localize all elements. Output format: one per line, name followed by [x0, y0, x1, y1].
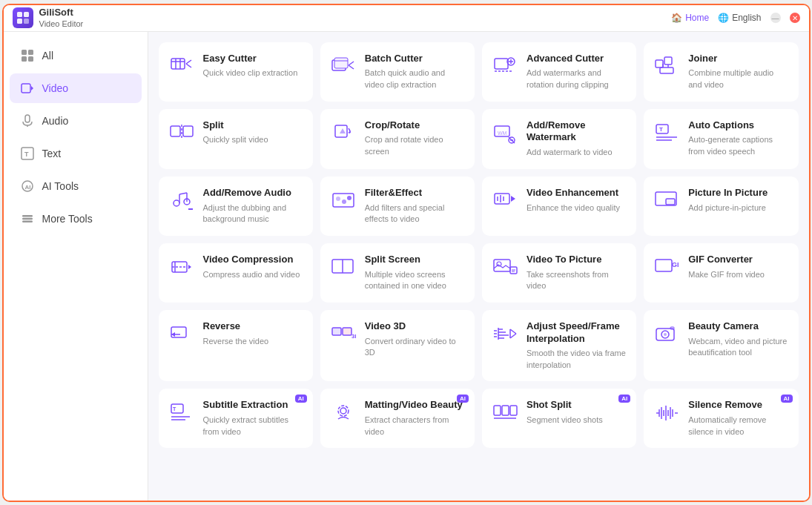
svg-text:T: T: [24, 151, 29, 158]
ai-badge-shot-split: AI: [618, 395, 630, 403]
svg-rect-35: [656, 60, 663, 67]
svg-point-55: [174, 200, 179, 206]
tool-name-filter-effect: Filter&Effect: [365, 187, 466, 199]
sidebar-item-text[interactable]: TText: [10, 139, 142, 168]
tool-icon-video-to-picture: [491, 254, 519, 282]
svg-text:3D: 3D: [351, 333, 356, 340]
tool-card-adjust-speed[interactable]: Adjust Speed/Frame InterpolationSmooth t…: [482, 310, 636, 382]
tool-name-picture-in-picture: Picture In Picture: [688, 187, 789, 199]
tool-card-picture-in-picture[interactable]: Picture In PictureAdd picture-in-picture: [644, 176, 798, 236]
tool-icon-add-remove-audio: [168, 187, 196, 215]
content-area[interactable]: Easy CutterQuick video clip extractionBa…: [148, 32, 809, 501]
tool-icon-video-3d: 3D: [329, 320, 357, 349]
tool-card-split-screen[interactable]: Split ScreenMultiple video screens conta…: [320, 243, 475, 303]
ai-badge-silence-remove: AI: [781, 395, 793, 403]
svg-marker-9: [31, 86, 33, 90]
tool-card-advanced-cutter[interactable]: Advanced CutterAdd watermarks and rotati…: [482, 42, 636, 102]
svg-rect-6: [22, 56, 27, 62]
tool-name-matting-video-beauty: Matting/Video Beauty: [365, 399, 466, 412]
tool-card-joiner[interactable]: JoinerCombine multiple audio and video: [644, 42, 798, 102]
tool-icon-split-screen: [329, 254, 357, 282]
tool-desc-split: Quickly split video: [203, 134, 304, 145]
tool-card-gif-converter[interactable]: GIFGIF ConverterMake GIF from video: [644, 243, 798, 303]
svg-line-57: [179, 193, 187, 194]
tool-card-shot-split[interactable]: Shot SplitSegment video shotsAI: [482, 389, 636, 448]
tool-name-video-3d: Video 3D: [365, 320, 466, 333]
sidebar-item-all[interactable]: All: [10, 41, 142, 70]
tool-card-reverse[interactable]: ReverseReverse the video: [159, 310, 313, 382]
tool-card-split[interactable]: SplitQuickly split video: [159, 109, 313, 169]
tool-card-video-enhancement[interactable]: Video EnhancementEnhance the video quali…: [482, 176, 636, 236]
tool-card-filter-effect[interactable]: Filter&EffectAdd filters and special eff…: [320, 176, 475, 236]
sidebar-item-audio[interactable]: Audio: [10, 106, 142, 136]
tool-desc-auto-captions: Auto-generate captions from video speech: [688, 134, 789, 157]
tool-card-beauty-camera[interactable]: Beauty CameraWebcam, video and picture b…: [644, 310, 798, 382]
tool-desc-advanced-cutter: Add watermarks and rotation during clipp…: [527, 67, 627, 90]
svg-rect-30: [495, 59, 508, 69]
tool-desc-matting-video-beauty: Extract characters from video: [365, 415, 466, 438]
sidebar-ai-tools-label: AI Tools: [42, 180, 79, 192]
sidebar-audio-icon: [20, 113, 35, 128]
tool-card-easy-cutter[interactable]: Easy CutterQuick video clip extraction: [159, 42, 313, 102]
tool-card-add-remove-audio[interactable]: Add/Remove AudioAdjust the dubbing and b…: [159, 176, 313, 236]
tool-desc-beauty-camera: Webcam, video and picture beautification…: [688, 336, 789, 359]
tool-name-subtitle-extraction: Subtitle Extraction: [203, 399, 304, 412]
tool-icon-filter-effect: [329, 187, 357, 215]
svg-text:WM: WM: [498, 131, 507, 136]
app-logo: [13, 7, 33, 28]
tool-desc-silence-remove: Automatically remove silence in video: [688, 415, 789, 438]
tool-name-gif-converter: GIF Converter: [688, 254, 789, 266]
sidebar-item-more-tools[interactable]: More Tools: [10, 204, 142, 234]
tool-icon-crop-rotate: [329, 119, 357, 148]
sidebar-item-ai-tools[interactable]: AIAI Tools: [10, 171, 142, 201]
sidebar-item-video[interactable]: Video: [10, 73, 142, 103]
svg-rect-7: [28, 56, 33, 62]
svg-rect-78: [494, 260, 510, 271]
tool-card-video-compression[interactable]: Video CompressionCompress audio and vide…: [159, 243, 313, 303]
svg-rect-17: [22, 217, 33, 220]
sidebar-video-label: Video: [42, 82, 69, 94]
tool-name-joiner: Joiner: [688, 53, 789, 65]
svg-line-99: [510, 329, 516, 334]
svg-line-29: [349, 65, 354, 69]
language-button[interactable]: 🌐 English: [718, 13, 761, 23]
svg-rect-10: [25, 115, 30, 122]
tool-card-subtitle-extraction[interactable]: TSubtitle ExtractionQuickly extract subt…: [159, 389, 313, 448]
svg-rect-36: [664, 57, 672, 65]
tool-desc-gif-converter: Make GIF from video: [688, 269, 789, 280]
tool-name-split: Split: [203, 119, 304, 132]
svg-marker-66: [511, 196, 515, 202]
tool-card-batch-cutter[interactable]: Batch CutterBatch quick audio and video …: [320, 42, 475, 102]
tool-card-add-remove-watermark[interactable]: WMAdd/Remove WatermarkAdd watermark to v…: [482, 109, 636, 169]
tool-card-auto-captions[interactable]: TAuto CaptionsAuto-generate captions fro…: [644, 109, 798, 169]
tool-name-adjust-speed: Adjust Speed/Frame Interpolation: [527, 320, 627, 346]
svg-rect-2: [17, 19, 22, 24]
tool-card-matting-video-beauty[interactable]: Matting/Video BeautyExtract characters f…: [320, 389, 475, 448]
tool-name-silence-remove: Silence Remove: [688, 399, 789, 412]
tool-desc-batch-cutter: Batch quick audio and video clip extract…: [365, 67, 466, 90]
tool-icon-batch-cutter: [329, 53, 357, 81]
sidebar-ai-tools-icon: AI: [20, 179, 35, 194]
title-bar-controls: 🏠 Home 🌐 English — ✕: [671, 13, 799, 23]
svg-line-24: [186, 64, 191, 67]
svg-rect-19: [171, 59, 185, 69]
tool-desc-shot-split: Segment video shots: [527, 415, 627, 426]
home-button[interactable]: 🏠 Home: [671, 13, 709, 23]
tool-name-batch-cutter: Batch Cutter: [365, 53, 466, 65]
svg-point-62: [336, 197, 340, 201]
tool-card-video-3d[interactable]: 3DVideo 3DConvert ordinary video to 3D: [320, 310, 475, 382]
tool-name-beauty-camera: Beauty Camera: [688, 320, 789, 333]
svg-marker-73: [188, 265, 191, 269]
svg-line-100: [510, 334, 516, 338]
svg-rect-26: [334, 58, 348, 68]
tool-name-video-enhancement: Video Enhancement: [527, 187, 627, 199]
tool-card-crop-rotate[interactable]: Crop/RotateCrop and rotate video screen: [320, 109, 475, 169]
tool-icon-gif-converter: GIF: [653, 254, 681, 282]
home-icon: 🏠: [671, 13, 682, 23]
tool-card-silence-remove[interactable]: Silence RemoveAutomatically remove silen…: [644, 389, 798, 448]
tool-card-video-to-picture[interactable]: Video To PictureTake screenshots from vi…: [482, 243, 636, 303]
close-button[interactable]: ✕: [790, 13, 800, 23]
minimize-button[interactable]: —: [770, 13, 781, 23]
sidebar-text-label: Text: [42, 148, 62, 159]
svg-rect-0: [17, 12, 22, 17]
